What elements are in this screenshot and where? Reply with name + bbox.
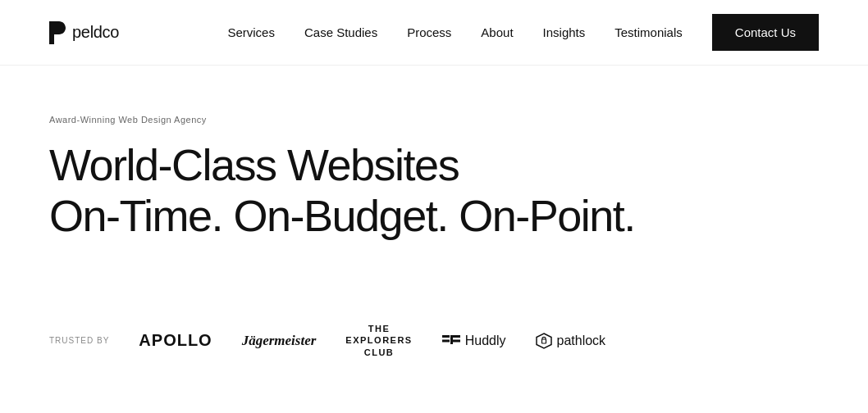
- explorers-text: THEEXPLORERSCLUB: [345, 323, 412, 358]
- apollo-text: APOLLO: [139, 331, 212, 350]
- brand-huddly: Huddly: [442, 334, 506, 348]
- logo[interactable]: peldco: [49, 21, 119, 44]
- logo-icon: [49, 21, 66, 44]
- brand-jagermeister: Jägermeister: [242, 333, 317, 349]
- nav-about[interactable]: About: [481, 25, 513, 39]
- hero-headline-line1: World-Class Websites: [49, 140, 459, 189]
- nav-case-studies[interactable]: Case Studies: [304, 25, 377, 39]
- trusted-label: TRUSTED BY: [49, 336, 109, 345]
- svg-rect-6: [541, 339, 546, 343]
- huddly-icon: [442, 335, 460, 347]
- trusted-section: TRUSTED BY APOLLO Jägermeister THEEXPLOR…: [0, 323, 868, 391]
- pathlock-text: pathlock: [557, 334, 606, 348]
- hero-headline-line2: On-Time. On-Budget. On-Point.: [49, 191, 635, 240]
- nav-services[interactable]: Services: [227, 25, 275, 39]
- hero-section: Award-Winning Web Design Agency World-Cl…: [0, 66, 868, 323]
- brand-pathlock: pathlock: [536, 333, 606, 349]
- nav-testimonials[interactable]: Testimonials: [614, 25, 683, 39]
- main-nav: Services Case Studies Process About Insi…: [227, 14, 819, 51]
- svg-rect-2: [453, 335, 460, 338]
- hero-headline: World-Class Websites On-Time. On-Budget.…: [49, 139, 819, 241]
- svg-marker-5: [537, 334, 551, 348]
- pathlock-icon: [536, 333, 552, 349]
- header: peldco Services Case Studies Process Abo…: [0, 0, 868, 66]
- svg-rect-3: [453, 339, 460, 342]
- logo-text: peldco: [72, 23, 119, 42]
- nav-process[interactable]: Process: [407, 25, 451, 39]
- svg-rect-4: [450, 335, 453, 344]
- svg-rect-0: [442, 335, 450, 338]
- nav-insights[interactable]: Insights: [543, 25, 586, 39]
- contact-button[interactable]: Contact Us: [712, 14, 819, 51]
- brand-explorers: THEEXPLORERSCLUB: [345, 323, 412, 358]
- huddly-text: Huddly: [465, 334, 506, 348]
- brand-logos: APOLLO Jägermeister THEEXPLORERSCLUB Hud…: [139, 323, 605, 358]
- jagermeister-text: Jägermeister: [242, 333, 317, 349]
- hero-subtitle: Award-Winning Web Design Agency: [49, 115, 819, 125]
- brand-apollo: APOLLO: [139, 331, 212, 350]
- svg-rect-1: [442, 339, 450, 342]
